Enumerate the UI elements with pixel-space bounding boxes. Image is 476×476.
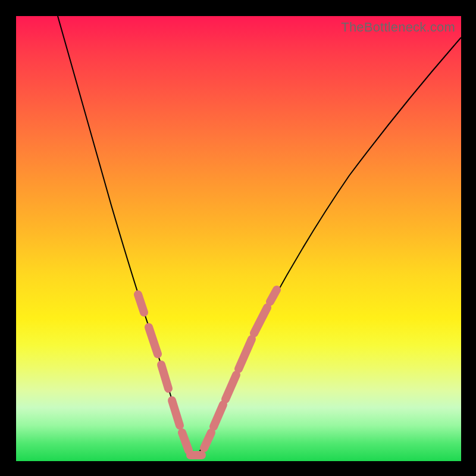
marker-left-4 bbox=[172, 400, 180, 425]
marker-right-1 bbox=[204, 433, 211, 448]
marker-right-6 bbox=[270, 290, 277, 302]
plot-area: TheBottleneck.com bbox=[16, 16, 461, 461]
marker-left-5 bbox=[182, 433, 189, 450]
marker-right-2 bbox=[214, 405, 223, 427]
right-branch-curve bbox=[195, 37, 461, 458]
marker-left-2 bbox=[149, 327, 158, 354]
marker-right-4 bbox=[239, 339, 252, 369]
left-branch-curve bbox=[58, 16, 195, 458]
marker-left-3 bbox=[161, 365, 168, 389]
marker-right-3 bbox=[226, 375, 236, 399]
marker-left-1 bbox=[138, 295, 144, 312]
marker-right-5 bbox=[254, 308, 267, 333]
curve-layer bbox=[16, 16, 461, 461]
marker-group bbox=[138, 290, 277, 455]
chart-frame: TheBottleneck.com bbox=[0, 0, 476, 476]
